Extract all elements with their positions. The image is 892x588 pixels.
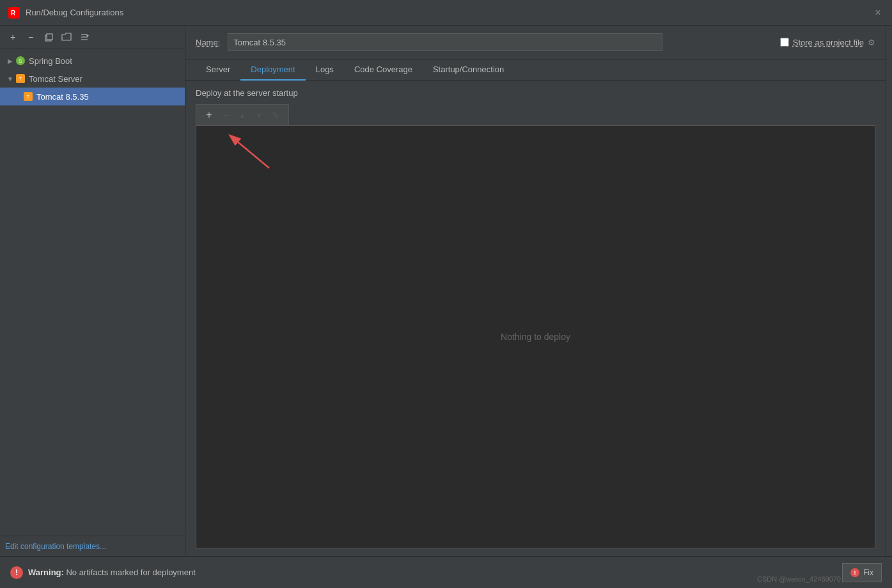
tomcat-server-icon: T xyxy=(15,74,26,84)
folder-icon xyxy=(61,32,72,42)
tomcat-server-label: Tomcat Server xyxy=(29,74,82,84)
fix-label: Fix xyxy=(863,568,873,577)
close-button[interactable]: × xyxy=(872,6,884,19)
name-label: Name: xyxy=(196,38,220,47)
copy-icon xyxy=(43,32,54,42)
warning-detail: No artifacts marked for deployment xyxy=(66,568,195,577)
scrollbar-track[interactable] xyxy=(886,26,892,556)
sidebar-footer: Edit configuration templates... xyxy=(0,536,185,556)
main-layout: + − xyxy=(0,26,892,556)
tomcat-8535-icon: T xyxy=(23,91,33,102)
dialog-title: Run/Debug Configurations xyxy=(26,8,123,17)
tab-deployment[interactable]: Deployment xyxy=(240,59,305,81)
store-as-project-checkbox[interactable] xyxy=(780,38,789,47)
deploy-content-area: Nothing to deploy xyxy=(196,125,875,548)
empty-deploy-message: Nothing to deploy xyxy=(501,332,570,342)
app-icon: R xyxy=(8,6,20,19)
warning-icon: ! xyxy=(10,566,23,579)
tomcat-server-expander[interactable]: ▼ xyxy=(5,74,15,84)
sidebar: + − xyxy=(0,26,185,556)
content-panel: Name: Store as project file ⚙ Server Dep… xyxy=(185,26,886,556)
deploy-header: Deploy at the server startup xyxy=(196,88,875,98)
tabs-row: Server Deployment Logs Code Coverage Sta… xyxy=(185,59,886,81)
sidebar-item-tomcat-server[interactable]: ▼ T Tomcat Server xyxy=(0,70,185,88)
bottom-bar: ! Warning: No artifacts marked for deplo… xyxy=(0,556,892,588)
deploy-toolbar: + − ▲ ▼ ✎ xyxy=(196,104,289,125)
tab-code-coverage[interactable]: Code Coverage xyxy=(344,59,423,81)
name-input[interactable] xyxy=(228,33,662,51)
tomcat-8535-label: Tomcat 8.5.35 xyxy=(36,92,89,102)
sort-config-button[interactable] xyxy=(77,29,92,45)
watermark: CSDN @weixin_42469070 xyxy=(757,575,841,583)
svg-text:R: R xyxy=(11,10,16,17)
deploy-area-wrapper: + − ▲ ▼ ✎ Nothing to deploy xyxy=(196,104,875,548)
name-row: Name: Store as project file ⚙ xyxy=(185,26,886,59)
deployment-panel: Deploy at the server startup + − ▲ ▼ ✎ xyxy=(185,81,886,556)
spring-boot-expander[interactable]: ▶ xyxy=(5,56,15,66)
deploy-add-button[interactable]: + xyxy=(201,107,217,123)
fix-warning-icon: ! xyxy=(850,568,859,577)
title-bar: R Run/Debug Configurations × xyxy=(0,0,892,26)
tab-logs[interactable]: Logs xyxy=(306,59,344,81)
copy-config-button[interactable] xyxy=(41,29,56,45)
tab-server[interactable]: Server xyxy=(196,59,240,81)
spring-boot-icon: S xyxy=(15,56,26,66)
add-config-button[interactable]: + xyxy=(5,29,20,45)
deploy-remove-button[interactable]: − xyxy=(218,107,233,123)
sort-icon xyxy=(79,32,90,42)
warning-bold: Warning: xyxy=(28,568,64,577)
edit-templates-link[interactable]: Edit configuration templates... xyxy=(5,542,106,551)
deploy-edit-button[interactable]: ✎ xyxy=(268,107,283,123)
sidebar-item-spring-boot[interactable]: ▶ S Spring Boot xyxy=(0,52,185,70)
warning-text: Warning: No artifacts marked for deploym… xyxy=(28,568,196,577)
spring-boot-label: Spring Boot xyxy=(29,56,72,66)
sidebar-item-tomcat-8535[interactable]: T Tomcat 8.5.35 xyxy=(0,88,185,105)
gear-icon[interactable]: ⚙ xyxy=(868,38,875,47)
folder-config-button[interactable] xyxy=(59,29,74,45)
store-project-area: Store as project file ⚙ xyxy=(780,38,875,47)
svg-rect-3 xyxy=(47,34,52,40)
deploy-up-button[interactable]: ▲ xyxy=(235,107,250,123)
sidebar-tree: ▶ S Spring Boot ▼ T Tomcat Server T xyxy=(0,49,185,536)
sidebar-toolbar: + − xyxy=(0,26,185,49)
tab-startup-connection[interactable]: Startup/Connection xyxy=(423,59,514,81)
store-as-project-label: Store as project file xyxy=(793,38,864,47)
remove-config-button[interactable]: − xyxy=(23,29,38,45)
deploy-down-button[interactable]: ▼ xyxy=(251,107,267,123)
fix-button[interactable]: ! Fix xyxy=(842,563,882,582)
